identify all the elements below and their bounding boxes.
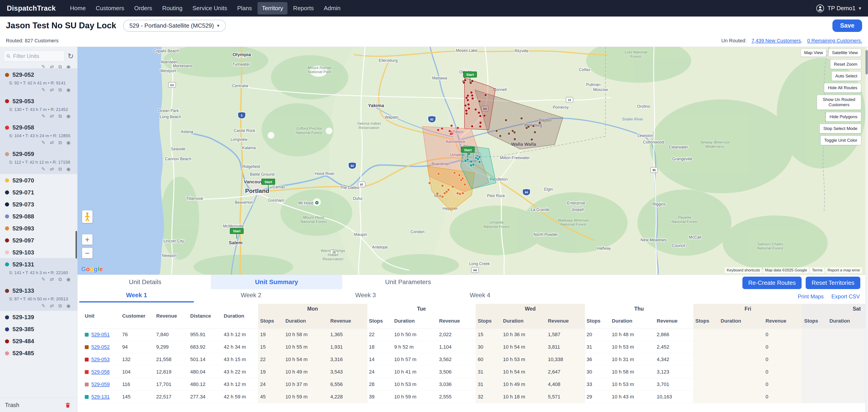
customer-dot[interactable] [532,125,535,128]
edit-icon[interactable]: ✎ [41,303,45,308]
sidebar-item-529-058[interactable]: 529-058S: 104 • T: 43 h 24 m • R: 12855✎… [0,121,77,147]
unit-row[interactable]: 529-058 [0,121,77,133]
unit-row[interactable]: 529-052 [0,68,77,80]
sidebar-item-529-052[interactable]: 529-052S: 92 • T: 42 h 41 m • R: 9141✎⇄⧉… [0,68,77,95]
edit-icon[interactable]: ✎ [41,114,45,118]
customer-dot[interactable] [459,193,461,195]
unit-row[interactable]: 529-484 [0,335,77,347]
customer-dot[interactable] [470,164,472,167]
sidebar-item-529-097[interactable]: 529-097 [0,234,77,246]
sidebar-item-529-485[interactable]: 529-485 [0,347,77,359]
customer-dot[interactable] [464,79,467,81]
customer-dot[interactable] [450,124,453,127]
nav-item-plans[interactable]: Plans [233,2,256,14]
edit-icon[interactable]: ✎ [41,64,45,68]
eye-icon[interactable]: ◉ [66,140,70,145]
filter-units-input[interactable] [13,53,62,60]
zoom-out-button[interactable]: − [82,248,92,258]
map-canvas[interactable]: 584828439597261011295730395 Copalis Beac… [78,47,865,275]
unit-link-529-052[interactable]: 529-052 [91,344,110,350]
button-re-create-routes[interactable]: Re-Create Routes [742,277,802,289]
save-button[interactable]: Save [832,20,862,32]
customer-dot[interactable] [477,158,479,160]
customer-dot[interactable] [495,130,498,132]
tab-unit-parameters[interactable]: Unit Parameters [342,275,474,289]
week-tab-week-1[interactable]: Week 1 [79,289,194,302]
customer-dot[interactable] [462,192,464,195]
brand-logo[interactable]: DispatchTrack [7,4,56,12]
customer-dot[interactable] [456,192,459,195]
map-button-toggle-unit-color[interactable]: Toggle Unit Color [820,136,861,145]
week-tab-week-4[interactable]: Week 4 [423,289,537,302]
remaining-customers-link[interactable]: 0 Remaining Customers. [807,38,862,44]
customer-dot[interactable] [467,99,469,101]
map-attribution-item[interactable]: Keyboard shortcuts [725,267,762,273]
customer-dot[interactable] [450,133,452,135]
copy-icon[interactable]: ⧉ [59,140,62,145]
copy-icon[interactable]: ⧉ [59,277,62,282]
tab-unit-details[interactable]: Unit Details [79,275,211,289]
edit-icon[interactable]: ✎ [41,167,45,171]
transfer-icon[interactable]: ⇄ [50,303,54,308]
sidebar-item-529-139[interactable]: 529-139 [0,311,77,323]
customer-dot[interactable] [479,125,482,128]
copy-icon[interactable]: ⧉ [59,64,62,68]
customer-dot[interactable] [436,192,439,195]
customer-dot[interactable] [520,117,523,120]
unit-row[interactable]: 529-139 [0,311,77,323]
customer-dot[interactable] [464,183,466,186]
customer-dot[interactable] [484,94,487,96]
customer-dot[interactable] [465,109,468,112]
sidebar-item-529-071[interactable]: 529-071 [0,186,77,198]
eye-icon[interactable]: ◉ [66,114,70,118]
customer-dot[interactable] [471,125,473,128]
sidebar-item-529-073[interactable]: 529-073 [0,198,77,210]
sidebar-item-529-093[interactable]: 529-093 [0,222,77,234]
customer-dot[interactable] [479,121,482,124]
map-button-stop-select-mode[interactable]: Stop Select Mode [819,124,861,134]
customer-dot[interactable] [538,122,541,124]
customer-dot[interactable] [514,138,516,141]
copy-icon[interactable]: ⧉ [59,167,62,171]
eye-icon[interactable]: ◉ [66,303,70,308]
link-export-csv[interactable]: Export CSV [832,294,860,300]
customer-dot[interactable] [512,130,514,132]
unit-row[interactable]: 529-133 [0,284,77,296]
eye-icon[interactable]: ◉ [66,277,70,282]
customer-dot[interactable] [465,112,468,115]
nav-item-customers[interactable]: Customers [91,2,128,14]
customer-dot[interactable] [474,108,477,111]
copy-icon[interactable]: ⧉ [59,88,62,92]
transfer-icon[interactable]: ⇄ [50,140,54,145]
map-attribution-item[interactable]: Terms [810,267,825,273]
customer-dot[interactable] [464,104,467,107]
sidebar-item-529-385[interactable]: 529-385 [0,323,77,335]
customer-dot[interactable] [447,188,450,191]
unit-row[interactable]: 529-385 [0,323,77,335]
customer-dot[interactable] [479,115,482,117]
nav-item-territory[interactable]: Territory [257,2,287,14]
customer-dot[interactable] [441,127,443,130]
eye-icon[interactable]: ◉ [66,64,70,68]
customer-dot[interactable] [507,132,510,135]
copy-icon[interactable]: ⧉ [59,303,62,308]
unit-row[interactable]: 529-093 [0,222,77,234]
map-attribution-item[interactable]: Report a map error [826,267,862,273]
sidebar-item-529-484[interactable]: 529-484 [0,335,77,347]
refresh-icon[interactable]: ↻ [67,53,74,60]
customer-dot[interactable] [443,192,446,195]
nav-item-reports[interactable]: Reports [289,2,318,14]
zoom-in-button[interactable]: + [82,234,92,245]
week-tab-week-2[interactable]: Week 2 [194,289,308,302]
edit-icon[interactable]: ✎ [41,277,45,282]
street-view-pegman[interactable] [82,210,92,223]
map-button-hide-all-routes[interactable]: Hide All Routes [824,83,861,93]
trash-icon[interactable] [65,402,71,408]
tab-unit-summary[interactable]: Unit Summary [211,275,342,289]
unit-link-529-053[interactable]: 529-053 [91,356,110,362]
edit-icon[interactable]: ✎ [41,88,45,92]
customer-dot[interactable] [525,127,528,129]
customer-dot[interactable] [467,103,470,106]
customer-dot[interactable] [478,100,481,103]
customer-dot[interactable] [468,107,470,110]
